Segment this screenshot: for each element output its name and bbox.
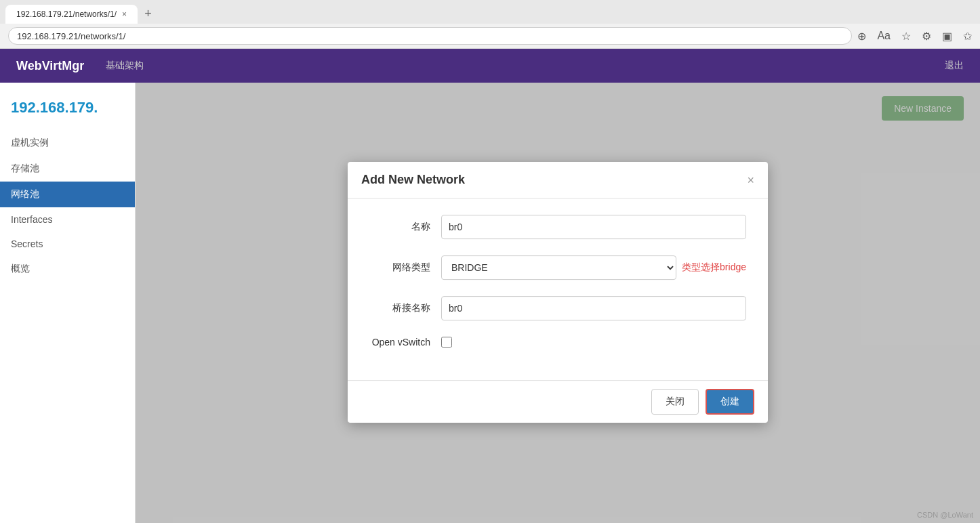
url-input[interactable] <box>8 27 852 45</box>
name-label: 名称 <box>369 221 430 233</box>
zoom-icon[interactable]: ⊕ <box>857 30 866 43</box>
browser-toolbar-icons: ⊕ Aa ☆ ⚙ ▣ ✩ <box>857 30 972 43</box>
add-network-modal: Add New Network × 名称 网络类型 BRIDGE <box>348 162 768 423</box>
sidebar-item-secrets[interactable]: Secrets <box>0 232 135 256</box>
content-area: New Instance Add New Network × 名称 <box>136 83 980 523</box>
top-nav: WebVirtMgr 基础架构 退出 <box>0 49 980 83</box>
ovs-field-row: Open vSwitch <box>369 337 746 348</box>
modal-close-button[interactable]: × <box>747 174 754 186</box>
modal-footer: 关闭 创建 <box>348 380 768 423</box>
ovs-checkbox[interactable] <box>441 337 452 348</box>
tab-title: 192.168.179.21/networks/1/ <box>16 9 117 19</box>
modal-header: Add New Network × <box>348 162 768 198</box>
sidebar-host: 192.168.179. <box>0 93 135 130</box>
new-tab-button[interactable]: + <box>140 5 156 22</box>
reader-icon[interactable]: Aa <box>877 30 891 42</box>
bridge-name-input[interactable] <box>441 296 746 320</box>
bridge-name-label: 桥接名称 <box>369 302 430 314</box>
sidebar-item-overview[interactable]: 概览 <box>0 256 135 282</box>
tab-close-icon[interactable]: × <box>122 9 127 19</box>
sidebar-item-storage[interactable]: 存储池 <box>0 156 135 182</box>
name-input[interactable] <box>441 215 746 239</box>
extension-icon[interactable]: ⚙ <box>922 30 931 43</box>
page-wrapper: WebVirtMgr 基础架构 退出 192.168.179. 虚机实例 存储池… <box>0 49 980 523</box>
bridge-name-field-row: 桥接名称 <box>369 296 746 320</box>
network-type-select[interactable]: BRIDGE NAT ISOLATED <box>441 255 676 280</box>
nav-logout[interactable]: 退出 <box>945 60 964 72</box>
nav-left: WebVirtMgr 基础架构 <box>16 59 144 73</box>
network-type-select-wrapper: BRIDGE NAT ISOLATED 类型选择bridge <box>441 255 746 280</box>
nav-brand: WebVirtMgr <box>16 59 84 73</box>
bookmark-icon[interactable]: ☆ <box>901 30 911 43</box>
sidebar-item-networks[interactable]: 网络池 <box>0 182 135 207</box>
browser-chrome: 192.168.179.21/networks/1/ × + ⊕ Aa ☆ ⚙ … <box>0 0 980 49</box>
main-content: 192.168.179. 虚机实例 存储池 网络池 Interfaces Sec… <box>0 83 980 523</box>
create-button[interactable]: 创建 <box>706 389 754 415</box>
name-field-row: 名称 <box>369 215 746 239</box>
sidebar-toggle-icon[interactable]: ▣ <box>942 30 952 43</box>
network-type-label: 网络类型 <box>369 262 430 274</box>
address-bar: ⊕ Aa ☆ ⚙ ▣ ✩ <box>0 24 980 48</box>
sidebar: 192.168.179. 虚机实例 存储池 网络池 Interfaces Sec… <box>0 83 136 523</box>
network-type-hint: 类型选择bridge <box>682 262 746 274</box>
sidebar-item-interfaces[interactable]: Interfaces <box>0 207 135 232</box>
browser-tab[interactable]: 192.168.179.21/networks/1/ × <box>5 5 138 24</box>
close-button[interactable]: 关闭 <box>651 389 699 415</box>
browser-tabs: 192.168.179.21/networks/1/ × + <box>0 0 980 24</box>
favorites-icon[interactable]: ✩ <box>963 30 972 43</box>
modal-body: 名称 网络类型 BRIDGE NAT ISOLATED 类型选择brid <box>348 198 768 380</box>
modal-title: Add New Network <box>361 173 465 187</box>
nav-infrastructure[interactable]: 基础架构 <box>106 60 144 72</box>
network-type-field-row: 网络类型 BRIDGE NAT ISOLATED 类型选择bridge <box>369 255 746 280</box>
sidebar-item-instances[interactable]: 虚机实例 <box>0 130 135 156</box>
ovs-label: Open vSwitch <box>369 337 430 348</box>
